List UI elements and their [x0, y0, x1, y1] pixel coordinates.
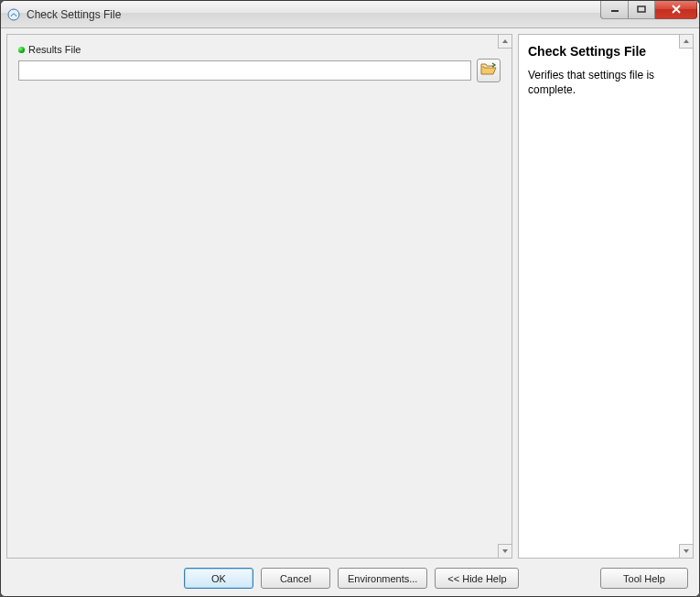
- dialog-button-row: OK Cancel Environments... << Hide Help T…: [6, 564, 694, 591]
- results-file-label: Results File: [28, 44, 81, 55]
- results-file-input[interactable]: [18, 60, 471, 81]
- scroll-down-button[interactable]: [498, 544, 512, 559]
- help-title: Check Settings File: [528, 44, 684, 59]
- ok-button[interactable]: OK: [184, 568, 253, 589]
- help-body-text: Verifies that settings file is complete.: [528, 68, 684, 97]
- client-area: Results File: [1, 28, 699, 596]
- results-file-input-row: [18, 59, 501, 82]
- svg-point-0: [8, 9, 19, 20]
- dialog-window: Check Settings File: [0, 0, 700, 597]
- tool-help-button[interactable]: Tool Help: [600, 568, 688, 589]
- help-scroll-up-button[interactable]: [679, 34, 694, 49]
- title-bar[interactable]: Check Settings File: [1, 1, 699, 28]
- app-icon: [6, 7, 21, 22]
- window-title: Check Settings File: [27, 8, 600, 21]
- svg-rect-2: [638, 6, 645, 12]
- body-row: Results File: [6, 34, 694, 559]
- maximize-button[interactable]: [628, 1, 655, 19]
- browse-button[interactable]: [477, 59, 501, 82]
- required-indicator-icon: [18, 47, 25, 53]
- hide-help-button[interactable]: << Hide Help: [435, 568, 519, 589]
- svg-rect-1: [611, 10, 619, 12]
- minimize-button[interactable]: [600, 1, 628, 19]
- help-scroll-down-button[interactable]: [679, 544, 694, 559]
- folder-open-icon: [480, 62, 497, 79]
- environments-button[interactable]: Environments...: [338, 568, 427, 589]
- cancel-button[interactable]: Cancel: [261, 568, 330, 589]
- scroll-up-button[interactable]: [498, 34, 512, 49]
- parameters-panel: Results File: [6, 34, 512, 559]
- results-file-label-row: Results File: [18, 44, 501, 55]
- close-button[interactable]: [655, 1, 697, 19]
- window-controls: [600, 1, 697, 19]
- help-panel: Check Settings File Verifies that settin…: [518, 34, 694, 559]
